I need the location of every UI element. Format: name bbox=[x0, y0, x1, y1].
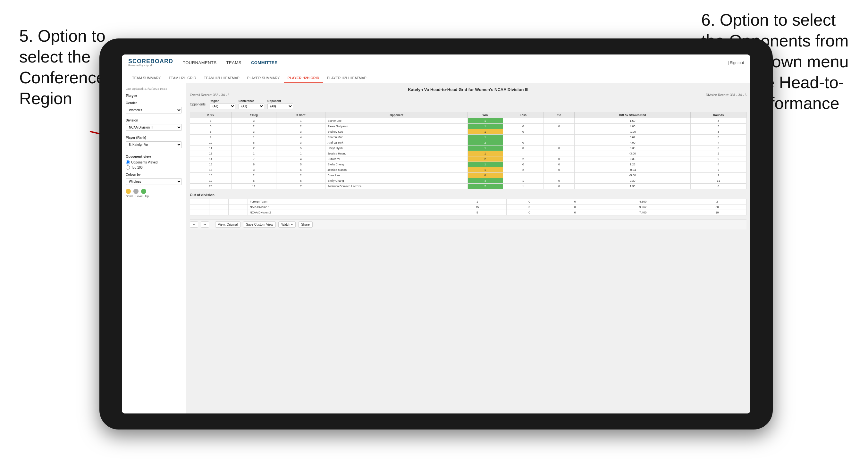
table-row: NAIA Division 1 15 0 0 9.267 30 bbox=[190, 205, 746, 210]
division-label: Division bbox=[126, 119, 182, 122]
opponent-filter-label: Opponent bbox=[268, 99, 293, 102]
division-select[interactable]: NCAA Division III bbox=[126, 124, 182, 131]
table-row: 9 1 4 Sharon Mun 1 3.67 3 bbox=[190, 135, 746, 140]
sub-nav-player-h2h-heatmap[interactable]: PLAYER H2H HEATMAP bbox=[323, 76, 370, 83]
col-header-loss: Loss bbox=[503, 112, 544, 118]
conference-filter-group: Conference (All) bbox=[239, 99, 264, 109]
col-header-opponent: Opponent bbox=[326, 112, 467, 118]
col-header-win: Win bbox=[467, 112, 503, 118]
main-content: Last Updated: 27/03/2024 19:34 Player Ge… bbox=[122, 83, 750, 413]
nav-teams[interactable]: TEAMS bbox=[226, 60, 242, 65]
region-filter-select[interactable]: (All) bbox=[210, 103, 235, 109]
watch-button[interactable]: Watch ▾ bbox=[278, 221, 296, 227]
table-row: 11 2 5 Heejo Hyun 1 0 0 3.33 3 bbox=[190, 146, 746, 151]
table-row: 10 6 3 Andrea York 2 0 4.00 4 bbox=[190, 140, 746, 146]
player-rank-label: Player (Rank) bbox=[126, 136, 182, 139]
colour-level bbox=[133, 189, 138, 194]
colour-by-select[interactable]: Win/loss bbox=[126, 178, 182, 185]
col-header-reg: # Reg bbox=[231, 112, 276, 118]
colour-by-label: Colour by bbox=[126, 173, 182, 176]
table-row: 13 1 1 Jessica Huang 1 -3.00 2 bbox=[190, 151, 746, 156]
tablet-screen: SCOREBOARD Powered by clippd TOURNAMENTS… bbox=[122, 55, 750, 413]
player-rank-select[interactable]: 8. Katelyn Vo bbox=[126, 142, 182, 148]
table-row: 20 11 7 Federica Domecq Lacroze 2 1 0 1.… bbox=[190, 184, 746, 189]
left-panel: Last Updated: 27/03/2024 19:34 Player Ge… bbox=[122, 83, 186, 413]
opponent-view-label: Opponent view bbox=[126, 155, 182, 158]
main-table: # Div # Reg # Conf Opponent Win Loss Tie… bbox=[190, 112, 746, 189]
opponent-filter-group: Opponent (All) bbox=[268, 99, 293, 109]
overall-record: Overall Record: 353 - 34 - 6 bbox=[190, 93, 229, 97]
out-of-division-title: Out of division bbox=[190, 193, 746, 197]
sub-nav-player-summary[interactable]: PLAYER SUMMARY bbox=[243, 76, 284, 83]
nav-bar: SCOREBOARD Powered by clippd TOURNAMENTS… bbox=[122, 55, 750, 71]
logo-main: SCOREBOARD bbox=[128, 58, 173, 64]
opponent-view-options: Opponents Played Top 100 bbox=[126, 160, 182, 169]
region-filter-group: Region (All) bbox=[210, 99, 235, 109]
table-row: 5 2 2 Alexis Sudjianto 1 0 0 4.00 3 bbox=[190, 124, 746, 129]
colour-labels: Down Level Up bbox=[126, 194, 182, 198]
nav-committee[interactable]: COMMITTEE bbox=[251, 60, 278, 65]
colour-up bbox=[141, 189, 146, 194]
col-header-diff: Diff Av Strokes/Rnd bbox=[575, 112, 691, 118]
table-row: 16 3 6 Jessica Mason 1 2 0 -0.94 7 bbox=[190, 167, 746, 173]
opponent-filter-select[interactable]: (All) bbox=[268, 103, 293, 109]
region-filter-label: Region bbox=[210, 99, 235, 102]
table-row: 18 2 2 Euna Lee 0 -5.00 2 bbox=[190, 173, 746, 178]
undo-button[interactable]: ↩ bbox=[190, 221, 198, 227]
logo-sub: Powered by clippd bbox=[128, 64, 173, 67]
share-button[interactable]: Share bbox=[298, 221, 313, 227]
conference-filter-select[interactable]: (All) bbox=[239, 103, 264, 109]
table-row: 6 3 3 Sydney Kuo 1 0 -1.00 3 bbox=[190, 129, 746, 135]
col-header-conf: # Conf bbox=[276, 112, 326, 118]
colour-down bbox=[126, 189, 131, 194]
right-content: Katelyn Vo Head-to-Head Grid for Women's… bbox=[186, 83, 750, 413]
records-row: Overall Record: 353 - 34 - 6 Division Re… bbox=[190, 93, 746, 97]
redo-button[interactable]: ↪ bbox=[201, 221, 209, 227]
table-row: 15 8 5 Stella Cheng 1 0 0 1.25 4 bbox=[190, 162, 746, 167]
player-section-label: Player bbox=[126, 94, 182, 98]
table-row: NCAA Division 2 5 0 0 7.400 10 bbox=[190, 210, 746, 215]
sub-nav-player-h2h-grid[interactable]: PLAYER H2H GRID bbox=[284, 76, 323, 83]
nav-items: TOURNAMENTS TEAMS COMMITTEE bbox=[183, 60, 728, 65]
filter-row: Opponents: Region (All) Conference (All) bbox=[190, 99, 746, 109]
toolbar-sep1: | bbox=[212, 223, 213, 226]
table-row: 3 3 1 Esther Lee 1 1.50 4 bbox=[190, 118, 746, 124]
colour-circles bbox=[126, 189, 182, 194]
sub-nav-team-h2h-grid[interactable]: TEAM H2H GRID bbox=[165, 76, 200, 83]
nav-tournaments[interactable]: TOURNAMENTS bbox=[183, 60, 217, 65]
table-row: 19 6 6 Emily Chang 4 1 0 0.30 11 bbox=[190, 178, 746, 184]
sub-nav: TEAM SUMMARY TEAM H2H GRID TEAM H2H HEAT… bbox=[122, 71, 750, 83]
radio-opponents-played[interactable]: Opponents Played bbox=[126, 160, 182, 164]
tablet: SCOREBOARD Powered by clippd TOURNAMENTS… bbox=[99, 38, 773, 430]
col-header-tie: Tie bbox=[544, 112, 575, 118]
gender-select[interactable]: Women's bbox=[126, 107, 182, 114]
table-row: Foreign Team 1 0 0 4.500 2 bbox=[190, 199, 746, 205]
radio-top100[interactable]: Top 100 bbox=[126, 165, 182, 169]
page-title: Katelyn Vo Head-to-Head Grid for Women's… bbox=[190, 87, 746, 92]
bottom-toolbar: ↩ ↪ | View: Original Save Custom View Wa… bbox=[190, 219, 746, 229]
nav-sign-out[interactable]: | Sign out bbox=[728, 61, 744, 65]
save-custom-view-button[interactable]: Save Custom View bbox=[243, 221, 276, 227]
out-of-division-table: Foreign Team 1 0 0 4.500 2 NAIA Division… bbox=[190, 199, 746, 215]
sub-nav-team-summary[interactable]: TEAM SUMMARY bbox=[128, 76, 165, 83]
table-row: 14 7 4 Eunice Yi 2 2 0 0.38 9 bbox=[190, 156, 746, 162]
sub-nav-team-h2h-heatmap[interactable]: TEAM H2H HEATMAP bbox=[200, 76, 243, 83]
opponents-filter-label: Opponents: bbox=[190, 102, 207, 106]
gender-label: Gender bbox=[126, 101, 182, 105]
conference-filter-label: Conference bbox=[239, 99, 264, 102]
division-record: Division Record: 331 - 34 - 6 bbox=[706, 93, 746, 97]
scoreboard-logo: SCOREBOARD Powered by clippd bbox=[128, 58, 173, 67]
last-updated: Last Updated: 27/03/2024 19:34 bbox=[126, 87, 182, 90]
col-header-div: # Div bbox=[190, 112, 231, 118]
col-header-rounds: Rounds bbox=[691, 112, 746, 118]
view-original-button[interactable]: View: Original bbox=[215, 221, 241, 227]
